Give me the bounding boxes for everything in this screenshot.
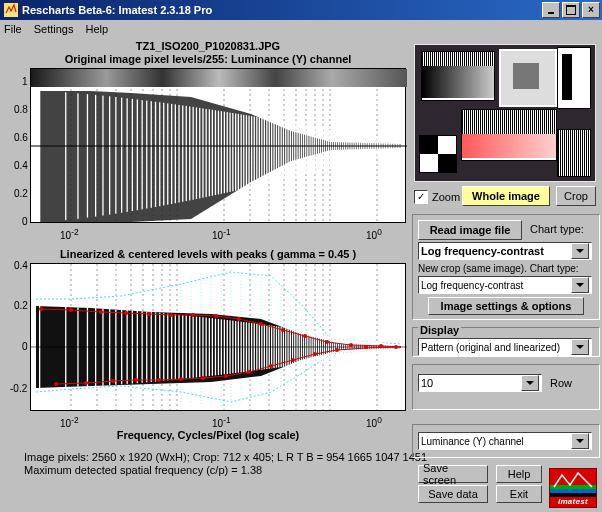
chart2-plot: [31, 264, 407, 412]
chart2-ytick-0: 0: [22, 341, 28, 352]
svg-rect-79: [283, 122, 284, 180]
dropdown-icon: [571, 277, 589, 293]
zoom-checkbox[interactable]: ✓ Zoom: [414, 190, 460, 204]
svg-rect-111: [349, 134, 350, 163]
svg-rect-95: [318, 128, 319, 171]
dropdown-icon: [571, 243, 589, 259]
display-header: Display: [418, 324, 461, 336]
image-settings-button[interactable]: Image settings & options: [428, 297, 584, 315]
svg-rect-54: [218, 111, 219, 195]
svg-rect-47: [196, 107, 197, 199]
svg-rect-92: [312, 127, 313, 173]
read-image-button[interactable]: Read image file: [418, 220, 522, 240]
chart-type-value: Log frequency-contrast: [421, 245, 544, 257]
svg-rect-63: [243, 115, 244, 189]
svg-rect-120: [366, 137, 367, 158]
whole-image-button[interactable]: Whole image: [462, 186, 550, 206]
svg-rect-102: [332, 130, 333, 167]
channel-select[interactable]: Luminance (Y) channel: [418, 432, 592, 450]
crop-thumbnail[interactable]: [414, 44, 596, 182]
svg-rect-23: [77, 93, 78, 219]
svg-rect-129: [382, 140, 383, 153]
svg-rect-119: [364, 137, 365, 159]
imatest-logo-icon: [552, 471, 594, 491]
svg-rect-123: [372, 138, 373, 156]
svg-rect-121: [368, 137, 369, 157]
svg-rect-116: [359, 136, 360, 160]
row-value: 10: [421, 377, 433, 389]
footer-line2: Maximum detected spatial frequency (c/p)…: [24, 464, 262, 476]
svg-rect-84: [294, 124, 295, 177]
svg-rect-36: [155, 102, 156, 207]
row-select[interactable]: 10: [418, 374, 542, 392]
svg-rect-41: [175, 104, 176, 203]
app-icon: [4, 3, 18, 17]
chart2-ytick-02: 0.2: [14, 300, 28, 311]
chart-type-select[interactable]: Log frequency-contrast: [418, 242, 592, 260]
client-area: TZ1_ISO200_P1020831.JPG Original image p…: [0, 38, 602, 512]
svg-rect-42: [178, 105, 179, 203]
svg-rect-81: [287, 122, 288, 178]
svg-rect-110: [348, 133, 349, 163]
svg-rect-96: [320, 128, 321, 170]
svg-rect-32: [137, 100, 138, 211]
menu-file[interactable]: File: [4, 23, 22, 35]
chart1-xtick-3: 100: [366, 227, 382, 241]
maximize-button[interactable]: [562, 2, 580, 18]
svg-rect-108: [344, 133, 345, 164]
close-button[interactable]: ×: [582, 2, 600, 18]
svg-rect-33: [142, 100, 143, 209]
display-select[interactable]: Pattern (original and linearized): [418, 338, 592, 356]
newcrop-select[interactable]: Log frequency-contrast: [418, 276, 592, 294]
svg-rect-89: [305, 125, 306, 173]
newcrop-value: Log frequency-contrast: [421, 280, 523, 291]
svg-rect-61: [238, 114, 239, 190]
crop-button[interactable]: Crop: [556, 186, 596, 206]
dropdown-icon: [521, 375, 539, 391]
svg-rect-46: [193, 107, 194, 200]
svg-rect-115: [357, 135, 358, 160]
svg-rect-85: [296, 124, 297, 176]
svg-rect-77: [278, 121, 279, 181]
minimize-button[interactable]: [542, 2, 560, 18]
svg-rect-30: [127, 98, 128, 212]
svg-rect-59: [232, 113, 233, 191]
title-bar: Rescharts Beta-6: Imatest 2.3.18 Pro ×: [0, 0, 602, 20]
svg-rect-107: [342, 132, 343, 164]
svg-rect-48: [199, 108, 200, 198]
chart2-xlabel: Frequency, Cycles/Pixel (log scale): [10, 429, 406, 441]
svg-rect-103: [334, 131, 335, 167]
help-button[interactable]: Help: [496, 465, 542, 483]
svg-rect-58: [229, 113, 230, 192]
dropdown-icon: [571, 339, 589, 355]
svg-rect-49: [202, 108, 203, 197]
svg-rect-75: [273, 120, 274, 182]
imatest-logo-text: Imatest: [558, 497, 588, 506]
svg-rect-127: [379, 140, 380, 155]
svg-rect-51: [209, 109, 210, 196]
svg-rect-109: [346, 133, 347, 163]
svg-rect-21: [39, 91, 40, 222]
chart2-xtick-2: 10-1: [212, 415, 231, 429]
footer-line1: Image pixels: 2560 x 1920 (WxH); Crop: 7…: [24, 451, 427, 463]
svg-rect-88: [303, 125, 304, 174]
chart1-ytick-08: 0.8: [14, 104, 28, 115]
svg-rect-114: [355, 135, 356, 161]
svg-rect-29: [121, 98, 122, 213]
svg-rect-43: [182, 105, 183, 201]
svg-rect-105: [338, 132, 339, 166]
exit-button[interactable]: Exit: [496, 485, 542, 503]
svg-rect-67: [254, 117, 255, 187]
svg-rect-35: [151, 101, 152, 208]
svg-rect-60: [235, 114, 236, 191]
svg-rect-50: [206, 109, 207, 197]
svg-rect-124: [373, 138, 374, 155]
svg-rect-65: [248, 116, 249, 188]
channel-value: Luminance (Y) channel: [421, 436, 524, 447]
svg-rect-62: [241, 114, 242, 189]
save-screen-button[interactable]: Save screen: [418, 465, 488, 483]
menu-settings[interactable]: Settings: [34, 23, 74, 35]
newcrop-label: New crop (same image). Chart type:: [418, 263, 579, 274]
save-data-button[interactable]: Save data: [418, 485, 488, 503]
menu-help[interactable]: Help: [85, 23, 108, 35]
